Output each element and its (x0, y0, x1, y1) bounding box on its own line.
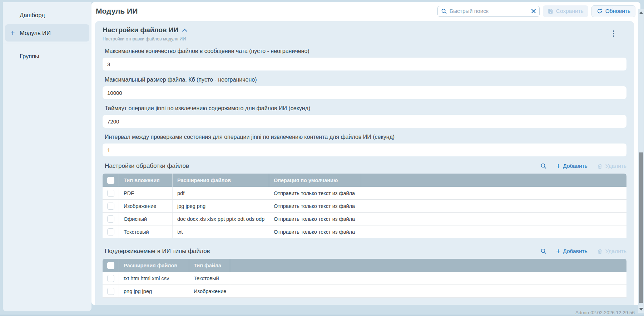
supported-types-section-head: Поддерживаемые в ИИ типы файлов + Добави… (103, 248, 626, 255)
table-row[interactable]: png jpg jpeg Изображение (103, 285, 626, 298)
cell: Офисный (119, 213, 173, 225)
cell: doc docx xls xlsx ppt pptx odt ods odp (173, 213, 269, 225)
field-label: Интервал между проверками состояния для … (103, 134, 626, 140)
topbar-actions: Сохранить Обновить (437, 5, 635, 17)
plus-icon: + (556, 248, 560, 254)
table-search-icon[interactable] (540, 248, 547, 254)
sidebar-item-label: Дашборд (20, 12, 45, 19)
card-title: Настройки файлов ИИ (103, 26, 178, 34)
add-button-label: Добавить (563, 163, 588, 169)
add-row-button[interactable]: + Добавить (556, 248, 588, 254)
row-checkbox[interactable] (107, 228, 114, 235)
max-files-input[interactable] (103, 58, 626, 71)
table-row[interactable]: txt htm html xml csv Текстовый (103, 272, 626, 285)
scrollbar[interactable] (638, 9, 644, 313)
cell: Отправить только текст из файла (269, 213, 361, 225)
chevron-up-icon[interactable] (182, 28, 187, 32)
delete-button-label: Удалить (605, 163, 626, 169)
page-title: Модуль ИИ (96, 7, 138, 15)
scroll-down-icon[interactable] (639, 308, 643, 311)
row-checkbox[interactable] (107, 275, 114, 282)
row-checkbox[interactable] (107, 190, 114, 197)
scroll-up-icon[interactable] (639, 11, 643, 14)
file-processing-table: Тип вложения Расширения файлов Операция … (103, 174, 626, 238)
file-processing-section-head: Настройки обработки файлов + Добавить (103, 162, 626, 170)
trash-icon (597, 163, 603, 169)
refresh-icon (596, 8, 603, 14)
column-header: Тип вложения (119, 174, 173, 187)
field-max-files: Максимальное количество файлов в сообщен… (103, 48, 626, 71)
ai-files-settings-card: Настройки файлов ИИ Настройки отправки ф… (95, 21, 634, 305)
search-box[interactable] (437, 6, 540, 17)
table-row[interactable]: Текстовый txt Отправить только текст из … (103, 225, 626, 238)
scrollbar-thumb[interactable] (639, 152, 643, 303)
column-header: Расширения файлов (119, 259, 189, 272)
search-input[interactable] (450, 8, 529, 14)
clear-search-icon[interactable] (531, 9, 536, 14)
sidebar-item-dashboard[interactable]: Дашборд (5, 6, 89, 24)
column-header: Тип файла (189, 259, 230, 272)
cell: Текстовый (189, 272, 230, 285)
timeout-input[interactable] (103, 115, 626, 128)
section-title: Настройки обработки файлов (103, 162, 189, 170)
cell-empty (361, 187, 626, 199)
max-size-input[interactable] (103, 86, 626, 99)
section-title: Поддерживаемые в ИИ типы файлов (103, 248, 210, 255)
column-header: Операция по умолчанию (269, 174, 361, 187)
table-header-row: Тип вложения Расширения файлов Операция … (103, 174, 626, 187)
cell-empty (230, 285, 626, 297)
row-checkbox[interactable] (107, 288, 114, 295)
card-subtitle: Настройки отправки файлов модуля ИИ (103, 37, 187, 42)
field-label: Максимальное количество файлов в сообщен… (103, 48, 626, 54)
cell: Текстовый (119, 225, 173, 238)
field-timeout: Таймаут операции jinni по извлечению сод… (103, 105, 626, 128)
cell: PDF (119, 187, 173, 199)
app-window: Дашборд + Модуль ИИ Группы Модуль ИИ (0, 0, 644, 316)
save-button[interactable]: Сохранить (543, 5, 588, 17)
cell: Отправить только текст из файла (269, 200, 361, 212)
window-bottom-edge (0, 315, 644, 316)
column-header-empty (361, 174, 626, 187)
cell: Отправить только текст из файла (269, 187, 361, 199)
field-label: Максимальный размер файла, Кб (пусто - н… (103, 77, 626, 83)
cell: txt (173, 225, 269, 238)
cell: Отправить только текст из файла (269, 225, 361, 238)
table-search-icon[interactable] (540, 163, 547, 169)
kebab-menu-icon[interactable] (611, 29, 616, 38)
delete-row-button[interactable]: Удалить (597, 248, 626, 254)
form-fields: Максимальное количество файлов в сообщен… (103, 48, 626, 156)
table-toolbar: + Добавить Удалить (540, 163, 626, 169)
cell-empty (361, 225, 626, 238)
sidebar-item-ai-module[interactable]: + Модуль ИИ (5, 24, 89, 42)
select-all-checkbox[interactable] (107, 177, 114, 184)
cell: png jpg jpeg (119, 285, 189, 297)
sidebar-item-groups[interactable]: Группы (5, 48, 89, 65)
table-row[interactable]: Изображение jpg jpeg png Отправить тольк… (103, 200, 626, 213)
save-icon (548, 8, 554, 14)
sidebar-item-label: Модуль ИИ (20, 30, 51, 37)
table-row[interactable]: PDF pdf Отправить только текст из файла (103, 187, 626, 200)
topbar: Модуль ИИ (91, 2, 640, 20)
table-row[interactable]: Офисный doc docx xls xlsx ppt pptx odt o… (103, 213, 626, 225)
delete-button-label: Удалить (605, 248, 626, 254)
delete-row-button[interactable]: Удалить (597, 163, 626, 169)
cell: pdf (173, 187, 269, 199)
row-checkbox[interactable] (107, 203, 114, 210)
cell: Изображение (189, 285, 230, 297)
main-panel: Модуль ИИ (91, 2, 640, 305)
cell-empty (230, 272, 626, 285)
plus-icon: + (10, 29, 20, 37)
cell: Изображение (119, 200, 173, 212)
cell-empty (361, 200, 626, 212)
column-header-empty (230, 259, 626, 272)
field-label: Таймаут операции jinni по извлечению сод… (103, 105, 626, 112)
table-header-row: Расширения файлов Тип файла (103, 259, 626, 272)
select-all-checkbox[interactable] (107, 262, 114, 269)
row-checkbox[interactable] (107, 215, 114, 223)
refresh-button[interactable]: Обновить (591, 5, 635, 17)
interval-input[interactable] (103, 144, 626, 156)
add-row-button[interactable]: + Добавить (556, 163, 588, 169)
field-max-size: Максимальный размер файла, Кб (пусто - н… (103, 77, 626, 99)
cell: txt htm html xml csv (119, 272, 189, 285)
save-button-label: Сохранить (556, 8, 584, 14)
